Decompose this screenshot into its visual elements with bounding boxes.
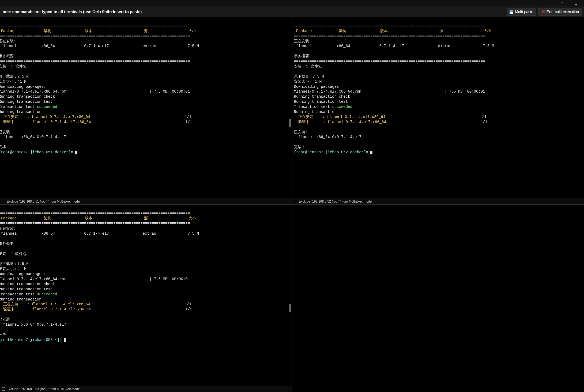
installing-hdr: 正在安装: bbox=[0, 39, 16, 43]
col-version: 版本 bbox=[85, 29, 92, 33]
install-count: 安装 1 软件包 bbox=[294, 64, 322, 68]
install-size: 安装大小：41 M bbox=[0, 267, 27, 271]
progress: 1/1 bbox=[185, 302, 191, 306]
installing-hdr: 正在安装: bbox=[0, 226, 16, 231]
minimize-button[interactable] bbox=[559, 1, 565, 5]
exit-multi-label: Exit multi-execution bbox=[547, 10, 579, 14]
total-dl: 总下载量：7.5 M bbox=[0, 74, 29, 79]
run-check: Running transaction check bbox=[0, 94, 55, 99]
pane-footer-052: Exclude "192.168.0.52 (root)" from Multi… bbox=[292, 199, 584, 204]
progress: 1/1 bbox=[185, 307, 192, 311]
progress: 1/1 bbox=[480, 115, 487, 119]
prompt: [root@centos7-jichao-053 ~]# bbox=[0, 338, 64, 342]
pkg-repo: extras bbox=[438, 44, 451, 48]
col-repo: 源 bbox=[439, 29, 443, 33]
exclude-checkbox-051[interactable] bbox=[2, 200, 5, 203]
col-repo: 源 bbox=[144, 29, 148, 33]
progress: 1/1 bbox=[185, 115, 191, 119]
exclude-checkbox-053[interactable] bbox=[2, 387, 5, 391]
multi-paste-button[interactable]: Multi-paste bbox=[507, 8, 536, 16]
terminal-output-053[interactable]: ========================================… bbox=[0, 205, 292, 386]
rpm-stat: | 7.5 MB 00:00:01 bbox=[444, 89, 485, 94]
cursor bbox=[64, 338, 66, 342]
terminal-pane-empty bbox=[292, 205, 584, 392]
progress: 1/1 bbox=[185, 120, 192, 124]
sep: ========================================… bbox=[0, 247, 190, 251]
sep: ========================================… bbox=[294, 24, 485, 28]
summary: 事务概要 bbox=[0, 54, 14, 58]
progress: 1/1 bbox=[481, 120, 487, 124]
prompt: [root@centos7-jichao-051 docker]# bbox=[0, 150, 75, 154]
sep: ========================================… bbox=[0, 24, 190, 28]
summary: 事务概要 bbox=[0, 242, 14, 246]
verify-line: 验证中 : flannel-0.7.1-4.el7.x86_64 bbox=[294, 120, 386, 124]
multi-exec-toolbar: ode: commands are typed to all terminals… bbox=[0, 6, 584, 17]
inst-line: 正在安装 : flannel-0.7.1-4.el7.x86_64 bbox=[0, 302, 90, 306]
inst-line: 正在安装 : flannel-0.7.1-4.el7.x86_64 bbox=[0, 115, 90, 119]
exit-multi-exec-button[interactable]: ✕ Exit multi-execution bbox=[538, 8, 582, 16]
total-dl: 总下载量：7.5 M bbox=[0, 262, 29, 266]
close-icon: ✕ bbox=[541, 9, 545, 14]
pkg-version: 0.7.1-4.el7 bbox=[84, 231, 109, 236]
sep: ========================================… bbox=[294, 59, 485, 63]
exclude-label-053: Exclude "192.168.0.53 (root)" from Multi… bbox=[7, 387, 80, 391]
col-version: 版本 bbox=[380, 29, 388, 33]
installed-pkg: flannel.x86_64 0:0.7.1-4.el7 bbox=[0, 135, 66, 139]
run-test: Running transaction test bbox=[0, 100, 53, 104]
terminal-output-051[interactable]: ========================================… bbox=[0, 17, 292, 199]
sep: ========================================… bbox=[294, 34, 485, 38]
pkg-size: 7.5 M bbox=[188, 44, 199, 48]
terminal-pane-053: ========================================… bbox=[0, 205, 292, 392]
col-arch: 架构 bbox=[44, 29, 51, 33]
scrollbar-thumb[interactable] bbox=[289, 304, 291, 312]
install-size: 安装大小：41 M bbox=[0, 79, 27, 84]
pkg-size: 7.5 M bbox=[483, 44, 494, 48]
installed-hdr: 已安装: bbox=[294, 130, 307, 134]
sep: ========================================… bbox=[0, 221, 190, 226]
minimize-icon bbox=[561, 1, 563, 6]
pkg-arch: x86_64 bbox=[337, 44, 350, 48]
terminal-pane-052: ========================================… bbox=[292, 17, 584, 205]
sep: ========================================… bbox=[0, 59, 190, 63]
clipboard-icon bbox=[510, 10, 513, 14]
col-version: 版本 bbox=[85, 216, 92, 220]
succeeded: succeeded bbox=[37, 105, 57, 109]
summary: 事务概要 bbox=[294, 54, 309, 58]
run-check: Running transaction check bbox=[0, 282, 55, 286]
txn-test: Transaction test bbox=[294, 105, 332, 109]
terminal-output-052[interactable]: ========================================… bbox=[292, 17, 584, 199]
exclude-checkbox-052[interactable] bbox=[294, 200, 297, 203]
prompt: [root@centos7-jichao-052 docker]# bbox=[294, 150, 371, 154]
maximize-button[interactable] bbox=[573, 1, 579, 5]
scrollbar-thumb[interactable] bbox=[289, 119, 291, 127]
txn-test: Transaction test bbox=[0, 105, 37, 109]
verify-line: 验证中 : flannel-0.7.1-4.el7.x86_64 bbox=[0, 307, 91, 311]
pkg-version: 0.7.1-4.el7 bbox=[84, 44, 109, 48]
pkg-version: 0.7.1-4.el7 bbox=[379, 44, 404, 48]
pkg-arch: x86_64 bbox=[42, 44, 55, 48]
installed-hdr: 已安装: bbox=[0, 317, 12, 322]
pkg-arch: x86_64 bbox=[42, 231, 55, 236]
cursor bbox=[75, 151, 77, 154]
txn-test: Transaction test bbox=[0, 292, 37, 296]
pkg-repo: extras bbox=[143, 44, 156, 48]
col-size: 大小 bbox=[189, 29, 196, 33]
cursor bbox=[370, 151, 372, 154]
install-size: 安装大小：41 M bbox=[294, 79, 322, 84]
succeeded: succeeded bbox=[332, 105, 352, 109]
col-repo: 源 bbox=[144, 216, 148, 220]
col-package: Package bbox=[0, 29, 17, 33]
dl-pkgs: Downloading packages: bbox=[294, 85, 341, 89]
succeeded: succeeded bbox=[37, 292, 57, 296]
installing-hdr: 正在安装: bbox=[294, 39, 311, 43]
maximize-icon bbox=[575, 2, 577, 5]
verify-line: 验证中 : flannel-0.7.1-4.el7.x86_64 bbox=[0, 120, 91, 124]
complete: 完毕！ bbox=[0, 333, 10, 337]
sep: ========================================… bbox=[0, 34, 190, 38]
col-package: Package bbox=[0, 216, 17, 220]
run-check: Running transaction check bbox=[294, 94, 350, 99]
rpm-line: flannel-0.7.1-4.el7.x86_64.rpm bbox=[294, 89, 361, 94]
rpm-stat: | 7.5 MB 00:00:01 bbox=[149, 277, 190, 281]
run-txn: Running transaction bbox=[0, 297, 42, 302]
toolbar-message: ode: commands are typed to all terminals… bbox=[2, 9, 507, 14]
